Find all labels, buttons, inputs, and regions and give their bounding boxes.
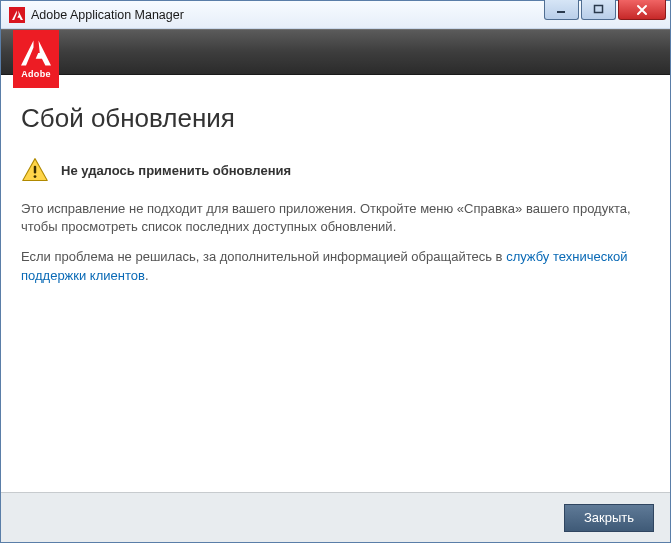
warning-icon <box>21 156 49 184</box>
alert-row: Не удалось применить обновления <box>21 156 650 184</box>
footer: Закрыть <box>1 492 670 542</box>
body-paragraph-2: Если проблема не решилась, за дополнител… <box>21 248 650 284</box>
maximize-button[interactable] <box>581 0 616 20</box>
subheader: Adobe <box>1 29 670 75</box>
body-paragraph-1: Это исправление не подходит для вашего п… <box>21 200 650 236</box>
close-window-button[interactable] <box>618 0 666 20</box>
app-icon <box>9 7 25 23</box>
close-button[interactable]: Закрыть <box>564 504 654 532</box>
body-paragraph-2-suffix: . <box>145 268 149 283</box>
body-paragraph-2-prefix: Если проблема не решилась, за дополнител… <box>21 249 506 264</box>
svg-rect-0 <box>557 11 565 13</box>
window-controls <box>544 0 666 20</box>
svg-rect-2 <box>34 166 36 174</box>
minimize-button[interactable] <box>544 0 579 20</box>
app-window: Adobe Application Manager Adobe Сбой обн… <box>0 0 671 543</box>
page-title: Сбой обновления <box>21 103 650 134</box>
titlebar-title: Adobe Application Manager <box>31 8 184 22</box>
svg-rect-1 <box>595 6 603 13</box>
adobe-badge-label: Adobe <box>21 69 51 79</box>
alert-message: Не удалось применить обновления <box>61 163 291 178</box>
adobe-badge: Adobe <box>13 30 59 88</box>
titlebar[interactable]: Adobe Application Manager <box>1 1 670 29</box>
svg-point-3 <box>34 175 37 178</box>
content-area: Сбой обновления Не удалось применить обн… <box>1 75 670 492</box>
